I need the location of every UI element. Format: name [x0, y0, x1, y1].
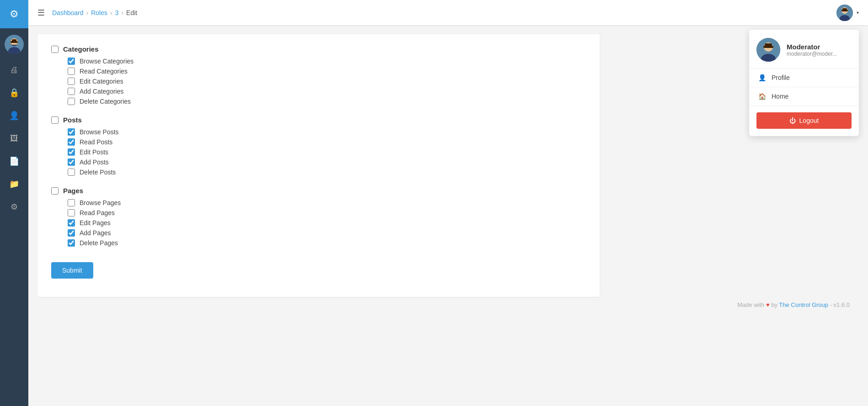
dropdown-profile-item[interactable]: 👤 Profile [749, 69, 859, 87]
home-menu-label: Home [772, 93, 788, 100]
topbar: ☰ Dashboard › Roles › 3 › Edit [28, 0, 868, 25]
profile-dropdown: Moderator moderator@moder... 👤 Profile 🏠… [749, 30, 859, 136]
browse-pages-label: Browse Pages [80, 199, 121, 206]
submit-button[interactable]: Submit [51, 262, 93, 279]
edit-categories-checkbox[interactable] [68, 78, 75, 85]
read-pages-label: Read Pages [80, 209, 115, 216]
posts-section-title: Posts [51, 116, 586, 124]
sidebar-avatar[interactable] [5, 35, 24, 54]
delete-posts-label: Delete Posts [80, 169, 116, 176]
perm-browse-pages[interactable]: Browse Pages [68, 199, 586, 206]
perm-delete-posts[interactable]: Delete Posts [68, 169, 586, 176]
power-icon: ⏻ [789, 117, 796, 124]
sidebar-logo[interactable]: ⚙ [0, 0, 28, 28]
sidebar-item-settings[interactable]: ⚙ [0, 195, 28, 218]
heart-icon: ♥ [766, 301, 771, 308]
pages-perm-list: Browse Pages Read Pages Edit Pages Add P… [51, 199, 586, 247]
perm-browse-categories[interactable]: Browse Categories [68, 58, 586, 65]
breadcrumb: Dashboard › Roles › 3 › Edit [52, 9, 137, 16]
pages-label: Pages [63, 187, 83, 195]
read-categories-checkbox[interactable] [68, 68, 75, 75]
posts-label: Posts [63, 116, 82, 124]
dropdown-email: moderator@moder... [787, 51, 837, 57]
perm-delete-categories[interactable]: Delete Categories [68, 98, 586, 105]
pages-section: Pages Browse Pages Read Pages Edit Pages [51, 187, 586, 247]
read-posts-checkbox[interactable] [68, 138, 75, 146]
perm-read-pages[interactable]: Read Pages [68, 209, 586, 216]
posts-master-checkbox[interactable] [51, 116, 59, 124]
logo-icon: ⚙ [10, 8, 19, 20]
breadcrumb-sep-1: › [86, 9, 89, 16]
categories-section-title: Categories [51, 45, 586, 53]
perm-read-posts[interactable]: Read Posts [68, 138, 586, 146]
user-menu-chevron[interactable]: ▾ [857, 10, 859, 15]
svg-rect-5 [11, 41, 18, 43]
delete-pages-label: Delete Pages [80, 239, 118, 247]
sidebar-item-lock[interactable]: 🔒 [0, 81, 28, 104]
add-pages-label: Add Pages [80, 229, 111, 237]
delete-categories-checkbox[interactable] [68, 98, 75, 105]
perm-add-pages[interactable]: Add Pages [68, 229, 586, 237]
read-pages-checkbox[interactable] [68, 209, 75, 216]
add-posts-checkbox[interactable] [68, 158, 75, 166]
sidebar-item-gallery[interactable]: 🖼 [0, 127, 28, 150]
breadcrumb-sep-3: › [121, 9, 123, 16]
svg-rect-10 [841, 10, 848, 11]
read-categories-label: Read Categories [80, 68, 128, 75]
sidebar-item-user[interactable]: 👤 [0, 104, 28, 127]
perm-edit-posts[interactable]: Edit Posts [68, 148, 586, 156]
footer-company-link[interactable]: The Control Group [779, 301, 828, 308]
dropdown-home-item[interactable]: 🏠 Home [749, 87, 859, 106]
edit-pages-label: Edit Pages [80, 219, 111, 227]
categories-master-checkbox[interactable] [51, 46, 59, 53]
footer-version: v1.6.0 [834, 301, 850, 308]
edit-posts-label: Edit Posts [80, 148, 108, 156]
logout-label: Logout [799, 117, 819, 124]
perm-edit-categories[interactable]: Edit Categories [68, 78, 586, 85]
browse-categories-checkbox[interactable] [68, 58, 75, 65]
perm-browse-posts[interactable]: Browse Posts [68, 128, 586, 136]
topbar-right: ▾ [836, 5, 859, 21]
sidebar-item-document[interactable]: 📄 [0, 150, 28, 173]
browse-categories-label: Browse Categories [80, 58, 133, 65]
perm-add-posts[interactable]: Add Posts [68, 158, 586, 166]
pages-section-title: Pages [51, 187, 586, 195]
user-avatar-top[interactable] [836, 5, 853, 21]
add-categories-checkbox[interactable] [68, 88, 75, 95]
profile-menu-label: Profile [772, 74, 790, 81]
categories-label: Categories [63, 45, 99, 53]
edit-posts-checkbox[interactable] [68, 148, 75, 156]
perm-edit-pages[interactable]: Edit Pages [68, 219, 586, 227]
topbar-left: ☰ Dashboard › Roles › 3 › Edit [37, 8, 137, 18]
menu-toggle-icon[interactable]: ☰ [37, 8, 45, 18]
categories-perm-list: Browse Categories Read Categories Edit C… [51, 58, 586, 105]
browse-posts-checkbox[interactable] [68, 128, 75, 136]
add-pages-checkbox[interactable] [68, 229, 75, 237]
sidebar-item-folder[interactable]: 📁 [0, 173, 28, 195]
breadcrumb-roles[interactable]: Roles [91, 9, 107, 16]
edit-categories-label: Edit Categories [80, 78, 123, 85]
footer-made-with: Made with [737, 301, 764, 308]
profile-menu-icon: 👤 [758, 74, 766, 81]
posts-perm-list: Browse Posts Read Posts Edit Posts Add P… [51, 128, 586, 176]
perm-delete-pages[interactable]: Delete Pages [68, 239, 586, 247]
delete-pages-checkbox[interactable] [68, 239, 75, 247]
perm-read-categories[interactable]: Read Categories [68, 68, 586, 75]
delete-posts-checkbox[interactable] [68, 169, 75, 176]
categories-section: Categories Browse Categories Read Catego… [51, 45, 586, 105]
dropdown-avatar [756, 38, 780, 62]
logout-button[interactable]: ⏻ Logout [756, 112, 852, 129]
pages-master-checkbox[interactable] [51, 187, 59, 195]
breadcrumb-3[interactable]: 3 [115, 9, 119, 16]
browse-posts-label: Browse Posts [80, 128, 119, 136]
browse-pages-checkbox[interactable] [68, 199, 75, 206]
sidebar: ⚙ 🖨 🔒 👤 🖼 📄 📁 ⚙ [0, 0, 28, 406]
home-menu-icon: 🏠 [758, 93, 766, 100]
breadcrumb-dashboard[interactable]: Dashboard [52, 9, 84, 16]
perm-add-categories[interactable]: Add Categories [68, 88, 586, 95]
sidebar-item-print[interactable]: 🖨 [0, 58, 28, 81]
edit-pages-checkbox[interactable] [68, 219, 75, 227]
delete-categories-label: Delete Categories [80, 98, 131, 105]
profile-dropdown-header: Moderator moderator@moder... [749, 30, 859, 69]
content-area: Categories Browse Categories Read Catego… [28, 25, 868, 406]
